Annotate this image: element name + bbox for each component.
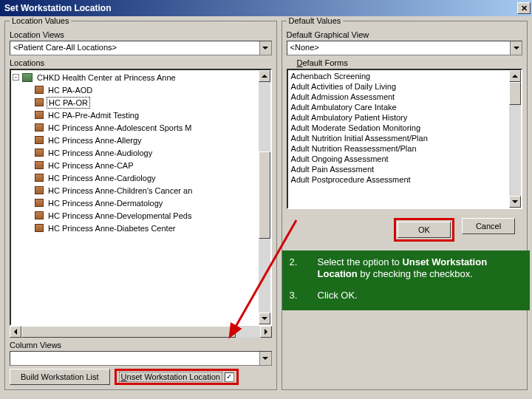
location-icon bbox=[35, 123, 44, 132]
scroll-left-button[interactable] bbox=[10, 326, 21, 338]
tree-item[interactable]: HC Princess Anne-Dermatology bbox=[13, 197, 258, 209]
scroll-down-button[interactable] bbox=[259, 313, 270, 324]
tree-item-label: HC Princess Anne-CAP bbox=[47, 160, 135, 171]
step2-pre: Select the option to bbox=[318, 256, 403, 267]
tree-item-label: HC Princess Anne-Adolescent Sports M bbox=[47, 123, 193, 133]
default-graphical-view-value: <None> bbox=[287, 41, 510, 55]
scroll-thumb[interactable] bbox=[259, 151, 270, 239]
tree-root-label: CHKD Health Center at Princess Anne bbox=[35, 72, 177, 83]
list-item[interactable]: Adult Ambulatory Patient History bbox=[289, 112, 508, 123]
location-icon bbox=[35, 86, 44, 94]
locations-scrollbar[interactable] bbox=[259, 70, 270, 324]
tree-item-label: HC Princess Anne-Audiology bbox=[47, 148, 154, 158]
location-icon bbox=[35, 224, 44, 232]
list-item[interactable]: Adult Admission Assessment bbox=[289, 92, 508, 102]
chevron-down-icon bbox=[262, 317, 267, 320]
default-graphical-view-dropdown-button[interactable] bbox=[510, 41, 522, 55]
location-values-legend: Location Values bbox=[10, 16, 71, 25]
tree-item[interactable]: HC PA-OR bbox=[13, 96, 258, 109]
collapse-icon[interactable]: - bbox=[13, 74, 19, 81]
tree-item-label: HC PA-Pre-Admit Testing bbox=[47, 110, 140, 120]
chevron-up-icon bbox=[512, 75, 518, 78]
location-views-value: <Patient Care-All Locations> bbox=[10, 41, 259, 55]
list-item[interactable]: Adult Ongoing Assessment bbox=[289, 154, 508, 164]
tree-item[interactable]: HC Princess Anne-Audiology bbox=[13, 146, 258, 159]
tree-root-node[interactable]: -CHKD Health Center at Princess Anne bbox=[13, 71, 258, 83]
list-item[interactable]: Achenbach Screening bbox=[289, 71, 508, 81]
default-forms-list[interactable]: Achenbach ScreeningAdult Activities of D… bbox=[287, 69, 522, 209]
column-views-combo[interactable] bbox=[10, 351, 272, 366]
locations-label: Locations bbox=[10, 58, 272, 67]
list-item[interactable]: Adult Activities of Daily Living bbox=[289, 81, 508, 92]
tree-item[interactable]: HC Princess Anne-Diabetes Center bbox=[13, 222, 258, 234]
location-icon bbox=[35, 111, 44, 119]
location-icon bbox=[35, 149, 44, 157]
tree-item-label: HC Princess Anne-Cardiology bbox=[47, 173, 157, 183]
close-button[interactable]: ✕ bbox=[517, 2, 531, 14]
list-item[interactable]: Adult Pain Assessment bbox=[289, 164, 508, 174]
column-views-label: Column Views bbox=[10, 341, 272, 349]
location-icon bbox=[35, 174, 44, 182]
default-values-group: Default Values Default Graphical View <N… bbox=[282, 21, 528, 390]
default-graphical-view-label: Default Graphical View bbox=[287, 30, 522, 39]
tree-item[interactable]: HC Princess Anne-Developmental Peds bbox=[13, 209, 258, 222]
scroll-up-button[interactable] bbox=[259, 70, 270, 82]
tree-item-label: HC PA-OR bbox=[47, 97, 90, 109]
tree-item[interactable]: HC PA-Pre-Admit Testing bbox=[13, 109, 258, 121]
step2-post: by checking the checkbox. bbox=[358, 268, 473, 279]
column-views-value bbox=[10, 352, 259, 365]
tree-item-label: HC Princess Anne-Dermatology bbox=[47, 198, 164, 208]
list-item[interactable]: Adult Postprocedure Assessment bbox=[289, 174, 508, 185]
chevron-down-icon bbox=[512, 200, 518, 203]
window-title: Set Workstation Location bbox=[4, 3, 111, 13]
tree-item[interactable]: HC Princess Anne-Allergy bbox=[13, 134, 258, 146]
column-views-dropdown-button[interactable] bbox=[259, 352, 271, 365]
close-icon: ✕ bbox=[521, 4, 528, 13]
tree-item[interactable]: HC Princess Anne-Children's Cancer an bbox=[13, 184, 258, 197]
list-item[interactable]: Adult Nutrition Reassessment/Plan bbox=[289, 143, 508, 154]
chevron-up-icon bbox=[262, 75, 267, 78]
tree-item[interactable]: HC Princess Anne-Cardiology bbox=[13, 171, 258, 184]
default-graphical-view-combo[interactable]: <None> bbox=[287, 41, 522, 55]
list-item[interactable]: Adult Nutrition Initial Assessment/Plan bbox=[289, 133, 508, 143]
scroll-down-button[interactable] bbox=[509, 196, 521, 208]
location-views-label: Location Views bbox=[10, 30, 272, 39]
tree-item-label: HC Princess Anne-Allergy bbox=[47, 135, 143, 146]
cancel-button[interactable]: Cancel bbox=[462, 218, 515, 234]
chevron-down-icon bbox=[514, 47, 519, 50]
scroll-thumb-h[interactable] bbox=[21, 326, 236, 338]
list-item[interactable]: Adult Ambulatory Care Intake bbox=[289, 102, 508, 112]
step3-number: 3. bbox=[290, 290, 318, 301]
locations-tree[interactable]: -CHKD Health Center at Princess AnneHC P… bbox=[10, 69, 272, 326]
tree-item[interactable]: HC Princess Anne-CAP bbox=[13, 159, 258, 171]
scroll-up-button[interactable] bbox=[509, 70, 521, 82]
default-forms-label: Default Forms bbox=[297, 58, 522, 67]
chevron-down-icon bbox=[262, 357, 268, 360]
unset-workstation-highlight: Unset Workstation Location ✓ bbox=[115, 369, 239, 385]
scroll-right-button[interactable] bbox=[260, 326, 272, 338]
unset-workstation-checkbox[interactable]: ✓ bbox=[225, 372, 234, 382]
location-icon bbox=[35, 186, 44, 194]
step2-number: 2. bbox=[290, 256, 318, 281]
tree-item-label: HC PA-AOD bbox=[47, 85, 94, 95]
build-workstation-list-button[interactable]: Build Workstation List bbox=[10, 369, 110, 385]
location-views-dropdown-button[interactable] bbox=[259, 41, 271, 55]
forms-scrollbar[interactable] bbox=[509, 70, 521, 208]
building-icon bbox=[22, 73, 33, 82]
locations-scrollbar-h[interactable] bbox=[10, 326, 272, 338]
chevron-left-icon bbox=[14, 329, 17, 335]
location-views-combo[interactable]: <Patient Care-All Locations> bbox=[10, 41, 272, 55]
titlebar: Set Workstation Location ✕ bbox=[0, 0, 532, 16]
instruction-callout: 2. Select the option to Unset Workstatio… bbox=[282, 250, 530, 310]
list-item[interactable]: Adult Moderate Sedation Monitoring bbox=[289, 123, 508, 133]
ok-button[interactable]: OK bbox=[398, 222, 451, 238]
chevron-down-icon bbox=[262, 47, 268, 50]
location-icon bbox=[35, 136, 44, 144]
tree-item[interactable]: HC Princess Anne-Adolescent Sports M bbox=[13, 121, 258, 134]
ok-button-highlight: OK bbox=[394, 218, 454, 242]
location-icon bbox=[35, 98, 44, 106]
tree-item[interactable]: HC PA-AOD bbox=[13, 83, 258, 96]
unset-workstation-label: Unset Workstation Location bbox=[119, 372, 222, 382]
step2-text: Select the option to Unset Workstation L… bbox=[318, 256, 522, 281]
scroll-thumb[interactable] bbox=[509, 82, 521, 105]
